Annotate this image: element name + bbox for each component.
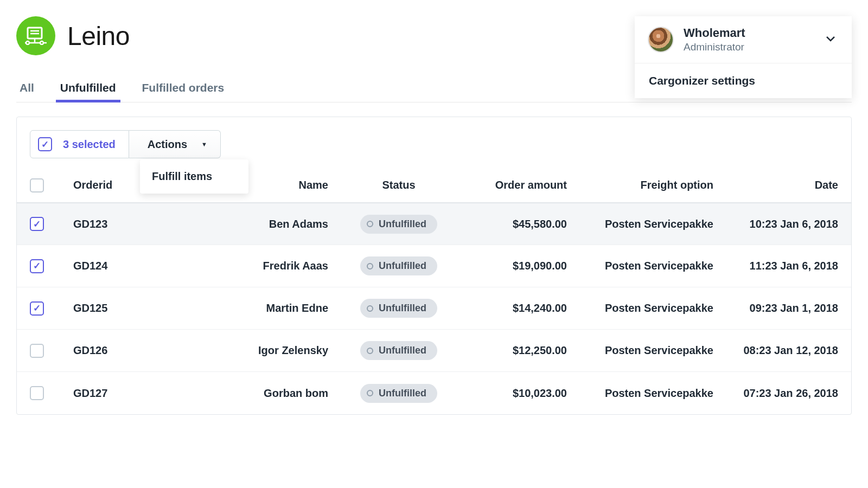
cell-amount: $12,250.00 xyxy=(453,344,572,357)
status-badge: Unfulfilled xyxy=(360,215,437,234)
selection-count-label: 3 selected xyxy=(63,138,116,151)
th-freight: Freight option xyxy=(572,179,713,191)
status-dot-icon xyxy=(367,263,373,269)
cell-name: Martin Edne xyxy=(225,302,344,314)
user-info: Wholemart Administrator xyxy=(684,26,816,53)
table-row[interactable]: GD125 Martin Edne Unfulfilled $14,240.00… xyxy=(17,287,851,330)
cell-orderid: GD127 xyxy=(73,387,225,400)
cell-date: 11:23 Jan 6, 2018 xyxy=(713,260,838,272)
cell-name: Igor Zelensky xyxy=(225,344,344,357)
status-badge: Unfulfilled xyxy=(360,299,437,318)
row-checkbox[interactable] xyxy=(30,259,44,273)
chevron-down-icon xyxy=(826,35,839,44)
cell-freight: Posten Servicepakke xyxy=(572,260,713,272)
cell-amount: $19,090.00 xyxy=(453,260,572,272)
user-menu-header[interactable]: Wholemart Administrator xyxy=(635,16,852,63)
table-row[interactable]: GD124 Fredrik Aaas Unfulfilled $19,090.0… xyxy=(17,245,851,287)
th-status: Status xyxy=(344,179,453,191)
status-dot-icon xyxy=(367,305,373,312)
th-amount: Order amount xyxy=(453,179,572,191)
cell-name: Fredrik Aaas xyxy=(225,260,344,272)
cell-orderid: GD123 xyxy=(73,218,225,230)
status-badge: Unfulfilled xyxy=(360,384,437,403)
app-logo-icon xyxy=(16,16,55,55)
avatar xyxy=(648,27,674,53)
status-badge: Unfulfilled xyxy=(360,256,437,275)
tab-all[interactable]: All xyxy=(17,77,36,102)
cell-freight: Posten Servicepakke xyxy=(572,344,713,357)
user-menu-item-cargonizer-settings[interactable]: Cargonizer settings xyxy=(635,63,852,98)
cell-freight: Posten Servicepakke xyxy=(572,218,713,230)
user-menu[interactable]: Wholemart Administrator Cargonizer setti… xyxy=(635,16,852,98)
status-dot-icon xyxy=(367,221,373,227)
table-row[interactable]: GD123 Ben Adams Unfulfilled $45,580.00 P… xyxy=(17,203,851,245)
status-badge: Unfulfilled xyxy=(360,341,437,360)
header-checkbox[interactable] xyxy=(30,178,44,192)
tab-fulfilled-orders[interactable]: Fulfilled orders xyxy=(140,77,227,102)
cell-freight: Posten Servicepakke xyxy=(572,302,713,314)
user-org: Wholemart xyxy=(684,26,816,40)
cell-date: 08:23 Jan 12, 2018 xyxy=(713,344,838,357)
row-checkbox[interactable] xyxy=(30,301,44,316)
user-role: Administrator xyxy=(684,41,816,53)
row-checkbox[interactable] xyxy=(30,217,44,231)
svg-point-3 xyxy=(26,41,29,44)
th-date: Date xyxy=(713,179,838,191)
orders-panel: 3 selected Actions ▼ Fulfill items Order… xyxy=(16,117,852,415)
actions-button[interactable]: Actions ▼ xyxy=(129,130,221,158)
cell-date: 07:23 Jan 26, 2018 xyxy=(713,387,838,400)
cell-date: 10:23 Jan 6, 2018 xyxy=(713,218,838,230)
cell-amount: $14,240.00 xyxy=(453,302,572,314)
status-dot-icon xyxy=(367,348,373,354)
cell-name: Gorban bom xyxy=(225,387,344,400)
actions-label: Actions xyxy=(148,138,187,151)
table-row[interactable]: GD127 Gorban bom Unfulfilled $10,023.00 … xyxy=(17,372,851,414)
cell-amount: $10,023.00 xyxy=(453,387,572,400)
app-name: Leino xyxy=(67,21,130,51)
selection-summary[interactable]: 3 selected xyxy=(30,130,129,158)
svg-point-4 xyxy=(40,41,43,44)
cell-orderid: GD124 xyxy=(73,260,225,272)
toolbar: 3 selected Actions ▼ Fulfill items xyxy=(17,117,851,168)
status-dot-icon xyxy=(367,390,373,396)
cell-orderid: GD126 xyxy=(73,344,225,357)
row-checkbox[interactable] xyxy=(30,344,44,358)
brand: Leino xyxy=(16,16,130,55)
cell-amount: $45,580.00 xyxy=(453,218,572,230)
table-row[interactable]: GD126 Igor Zelensky Unfulfilled $12,250.… xyxy=(17,330,851,372)
cell-date: 09:23 Jan 1, 2018 xyxy=(713,302,838,314)
actions-menu: Fulfill items xyxy=(140,159,248,194)
cell-freight: Posten Servicepakke xyxy=(572,387,713,400)
cell-orderid: GD125 xyxy=(73,302,225,314)
caret-down-icon: ▼ xyxy=(201,141,207,147)
actions-menu-item-fulfill[interactable]: Fulfill items xyxy=(140,163,248,190)
tab-unfulfilled[interactable]: Unfulfilled xyxy=(58,77,118,102)
select-all-checkbox[interactable] xyxy=(38,137,52,151)
row-checkbox[interactable] xyxy=(30,386,44,400)
cell-name: Ben Adams xyxy=(225,218,344,230)
